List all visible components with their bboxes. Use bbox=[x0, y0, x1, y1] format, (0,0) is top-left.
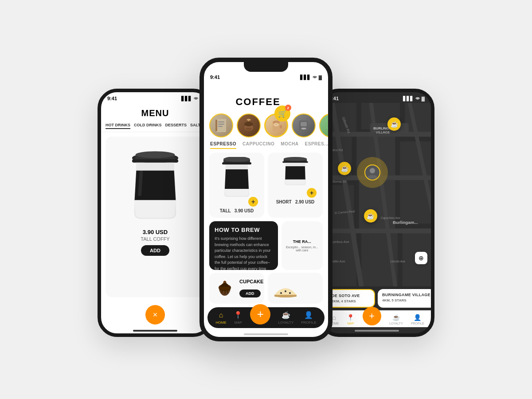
signal-right: ▋▋▋ bbox=[403, 96, 414, 101]
map-nav-plus[interactable]: + bbox=[363, 307, 381, 325]
wifi-right bbox=[415, 96, 420, 101]
svg-text:VILLAGE: VILLAGE bbox=[376, 130, 390, 134]
nav-profile[interactable]: 👤 PROFILE bbox=[301, 311, 316, 325]
nav-profile-label: PROFILE bbox=[301, 321, 316, 325]
signal-left: ▋▋▋ bbox=[181, 96, 192, 101]
nav-home[interactable]: ⌂ HOME bbox=[215, 311, 226, 325]
location-card-desoto[interactable]: DE SOTO AVE 2KM, 4 STARS bbox=[326, 289, 375, 308]
phone-coffee: 9:41 ▋▋▋ ▓ COFFEE 🛒 2 bbox=[200, 58, 332, 341]
the-ra-title: THE RA... bbox=[293, 239, 311, 244]
map-pin-2[interactable]: ☕ bbox=[338, 162, 351, 175]
bottom-items: CUPCAKE ADD bbox=[204, 273, 328, 305]
map-nav-loyalty[interactable]: ☕ LOYALTY bbox=[389, 314, 403, 325]
product-name: TALL COFFY bbox=[141, 236, 169, 242]
map-profile-icon: 👤 bbox=[414, 314, 421, 321]
location-card-burlingame[interactable]: BURNINGAME VILLAGE 4KM, 5 STARS bbox=[378, 289, 431, 308]
time-center: 9:41 bbox=[210, 74, 220, 80]
coffee-screen: 9:41 ▋▋▋ ▓ COFFEE 🛒 2 bbox=[204, 62, 328, 337]
nav-home-label: HOME bbox=[215, 321, 226, 325]
tab-hot-drinks[interactable]: HOT DRINKS bbox=[106, 122, 130, 129]
svg-text:Capuchino Ave: Capuchino Ave bbox=[381, 216, 400, 220]
drink-short: + SHORT 2.90 USD bbox=[268, 153, 323, 218]
map-nav-map[interactable]: 📍 MAP bbox=[347, 314, 354, 325]
menu-product-card: 3.90 USD TALL COFFY ADD bbox=[106, 137, 205, 297]
map-area[interactable]: Gilbreth Rd Rollins Rd California Dr El … bbox=[323, 103, 431, 286]
svg-rect-26 bbox=[222, 162, 251, 164]
close-button[interactable]: × bbox=[145, 305, 165, 325]
svg-rect-14 bbox=[280, 125, 282, 129]
cupcake-add-button[interactable]: ADD bbox=[239, 289, 261, 297]
category-food[interactable] bbox=[319, 113, 328, 137]
add-to-cart-button[interactable]: ADD bbox=[141, 245, 169, 256]
tab-mocha[interactable]: MOCHA bbox=[281, 141, 298, 149]
svg-rect-19 bbox=[302, 128, 305, 129]
home-icon: ⌂ bbox=[219, 311, 223, 319]
menu-screen: 9:41 ▋▋▋ ▓ MENU HOT DRINKS COLD DRINKS D… bbox=[101, 92, 209, 333]
cat-notebook-icon bbox=[210, 114, 232, 137]
svg-rect-50 bbox=[323, 228, 431, 233]
svg-point-10 bbox=[244, 122, 253, 126]
svg-rect-4 bbox=[216, 119, 226, 132]
pin-icon-3: ☕ bbox=[367, 212, 374, 219]
category-equipment[interactable] bbox=[292, 113, 316, 137]
coffee-header: COFFEE 🛒 2 bbox=[204, 82, 328, 113]
home-indicator-left[interactable] bbox=[133, 330, 177, 332]
cupcake-info: CUPCAKE ADD bbox=[239, 279, 263, 297]
brew-card: HOW TO BREW It's surprising how differen… bbox=[209, 221, 278, 270]
nav-map-label: MAP bbox=[235, 321, 242, 325]
tab-espresso[interactable]: ESPRESSO bbox=[210, 141, 236, 149]
cart-count: 2 bbox=[285, 105, 291, 111]
tab-espres2[interactable]: ESPRES... bbox=[305, 141, 328, 149]
nav-loyalty-label: LOYALTY bbox=[278, 321, 293, 325]
home-indicator-right[interactable] bbox=[355, 330, 399, 332]
wifi-center bbox=[312, 74, 317, 80]
tab-cappuccino[interactable]: CAPPUCCINO bbox=[243, 141, 274, 149]
svg-rect-38 bbox=[405, 103, 431, 137]
close-icon: × bbox=[153, 310, 158, 320]
loc-details-1: 2KM, 4 STARS bbox=[332, 299, 370, 303]
notch-center bbox=[244, 62, 288, 72]
cupcake-image bbox=[214, 277, 236, 299]
nav-map[interactable]: 📍 MAP bbox=[234, 311, 243, 325]
tab-cold-drinks[interactable]: COLD DRINKS bbox=[134, 122, 162, 129]
svg-point-67 bbox=[370, 168, 375, 173]
product-price: 3.90 USD bbox=[143, 229, 168, 235]
user-glow bbox=[357, 157, 388, 188]
location-button[interactable]: ⊕ bbox=[415, 252, 427, 264]
user-avatar bbox=[364, 164, 380, 180]
map-nav-profile[interactable]: 👤 PROFILE bbox=[411, 314, 424, 325]
svg-text:Lincoln Ave: Lincoln Ave bbox=[391, 260, 406, 263]
map-pin-3[interactable]: ☕ bbox=[364, 209, 377, 223]
drink-tabs: ESPRESSO CAPPUCCINO MOCHA ESPRES... bbox=[204, 141, 328, 153]
the-ra-text: Exceptio... season, m... with care bbox=[282, 246, 323, 252]
cupcake-name: CUPCAKE bbox=[239, 279, 263, 284]
category-cupcakes[interactable] bbox=[237, 113, 261, 137]
short-label: SHORT 2.90 USD bbox=[276, 200, 315, 204]
svg-rect-41 bbox=[400, 141, 431, 175]
pin-icon-1: ☕ bbox=[391, 121, 398, 128]
map-profile-label: PROFILE bbox=[411, 322, 424, 325]
battery-right: ▓ bbox=[422, 96, 425, 101]
nav-plus-button[interactable]: + bbox=[250, 304, 270, 325]
drink-tall: + TALL 3.90 USD bbox=[209, 153, 264, 218]
battery-center: ▓ bbox=[319, 75, 322, 80]
status-bar-left: 9:41 ▋▋▋ ▓ bbox=[101, 92, 209, 103]
bottom-nav-center: ⌂ HOME 📍 MAP + ☕ LOYALTY 👤 PROFILE bbox=[207, 307, 325, 328]
loc-name-2: BURNINGAME VILLAGE bbox=[382, 293, 430, 297]
cat-cupcakes-icon bbox=[238, 114, 260, 137]
status-bar-right: 9:41 ▋▋▋ ▓ bbox=[323, 92, 431, 103]
add-short-button[interactable]: + bbox=[307, 188, 317, 198]
category-notebook[interactable] bbox=[209, 113, 233, 137]
nav-loyalty[interactable]: ☕ LOYALTY bbox=[278, 311, 293, 325]
phone-map: 9:41 ▋▋▋ ▓ bbox=[319, 89, 434, 337]
svg-rect-3 bbox=[132, 159, 178, 163]
brew-text: It's surprising how different brewing me… bbox=[215, 236, 273, 270]
drink-cup-short bbox=[280, 157, 311, 188]
loc-details-2: 4KM, 5 STARS bbox=[382, 298, 430, 302]
cart-icon[interactable]: 🛒 2 bbox=[274, 106, 290, 121]
svg-rect-5 bbox=[215, 120, 217, 131]
tab-desserts[interactable]: DESSERTS bbox=[165, 122, 187, 129]
home-indicator-center[interactable] bbox=[244, 333, 288, 335]
svg-point-33 bbox=[285, 290, 286, 292]
svg-rect-7 bbox=[218, 124, 224, 125]
